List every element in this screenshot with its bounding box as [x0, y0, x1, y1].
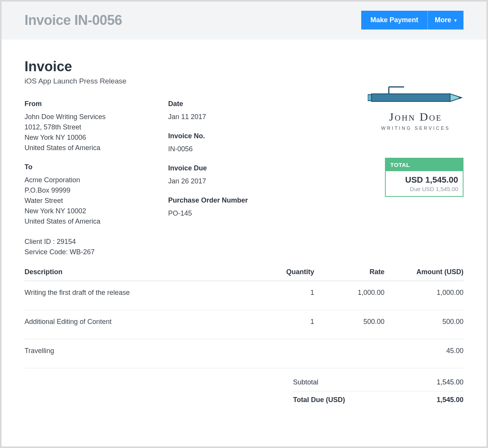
date-label: Date	[168, 100, 306, 108]
make-payment-label: Make Payment	[370, 16, 418, 24]
invno-label: Invoice No.	[168, 132, 306, 140]
invoice-subtitle: iOS App Launch Press Release	[25, 77, 463, 85]
table-row: Travelling 45.00	[25, 339, 463, 368]
totals-section: Subtotal 1,545.00 Total Due (USD) 1,545.…	[293, 374, 463, 409]
make-payment-button[interactable]: Make Payment	[361, 11, 428, 29]
total-box-due: Due USD 1,545.00	[386, 186, 463, 196]
cell-rate: 1,000.00	[314, 281, 384, 310]
page-title: Invoice IN-0056	[25, 12, 122, 28]
chevron-down-icon: ▾	[454, 18, 457, 23]
invdue-block: Invoice Due Jan 26 2017	[168, 164, 306, 186]
po-label: Purchase Order Number	[168, 196, 306, 204]
totaldue-row: Total Due (USD) 1,545.00	[293, 391, 463, 409]
subtotal-label: Subtotal	[293, 378, 318, 386]
to-line5: United States of America	[25, 216, 168, 227]
to-line4: New York NY 10002	[25, 206, 168, 216]
from-line1: John Doe Writing Services	[25, 112, 168, 122]
date-block: Date Jan 11 2017	[168, 100, 306, 122]
total-box-header: TOTAL	[386, 159, 463, 171]
col-right: John Doe WRITING SERVICES TOTAL USD 1,54…	[306, 100, 463, 197]
table-row: Additional Editing of Content 1 500.00 5…	[25, 310, 463, 339]
totaldue-value: 1,545.00	[437, 396, 463, 404]
col-addresses: From John Doe Writing Services 1012, 578…	[25, 100, 168, 257]
totaldue-label: Total Due (USD)	[293, 396, 345, 404]
logo-name: John Doe	[368, 110, 463, 123]
po-block: Purchase Order Number PO-145	[168, 196, 306, 219]
cell-desc: Additional Editing of Content	[25, 310, 253, 339]
cell-desc: Travelling	[25, 339, 253, 368]
more-button[interactable]: More ▾	[428, 11, 463, 29]
invoice-heading: Invoice	[25, 59, 463, 75]
invno-block: Invoice No. IN-0056	[168, 132, 306, 154]
cell-qty: 1	[253, 310, 314, 339]
total-box-amount: USD 1,545.00	[386, 171, 463, 186]
svg-marker-3	[459, 96, 463, 99]
from-line4: United States of America	[25, 143, 168, 153]
meta-columns: From John Doe Writing Services 1012, 578…	[25, 100, 463, 257]
th-description: Description	[25, 264, 253, 281]
topbar: Invoice IN-0056 Make Payment More ▾	[2, 2, 486, 39]
cell-qty: 1	[253, 281, 314, 310]
cell-amt: 1,000.00	[385, 281, 463, 310]
th-amount: Amount (USD)	[385, 264, 463, 281]
cell-qty	[253, 339, 314, 368]
to-line2: P.O.Box 99999	[25, 185, 168, 196]
th-rate: Rate	[314, 264, 384, 281]
to-label: To	[25, 163, 168, 171]
invno-value: IN-0056	[168, 144, 306, 154]
to-line1: Acme Corporation	[25, 175, 168, 185]
cell-amt: 500.00	[385, 310, 463, 339]
pen-icon	[368, 85, 463, 106]
from-line3: New York NY 10006	[25, 132, 168, 143]
from-block: From John Doe Writing Services 1012, 578…	[25, 100, 168, 153]
action-buttons: Make Payment More ▾	[361, 11, 463, 29]
total-box: TOTAL USD 1,545.00 Due USD 1,545.00	[385, 158, 463, 197]
logo-tagline: WRITING SERVICES	[368, 126, 463, 131]
invoice-frame: Invoice IN-0056 Make Payment More ▾ Invo…	[0, 0, 488, 448]
to-block: To Acme Corporation P.O.Box 99999 Water …	[25, 163, 168, 227]
subtotal-row: Subtotal 1,545.00	[293, 374, 463, 391]
more-label: More	[435, 16, 451, 24]
date-value: Jan 11 2017	[168, 112, 306, 122]
cell-rate: 500.00	[314, 310, 384, 339]
table-row: Writing the first draft of the release 1…	[25, 281, 463, 310]
cell-amt: 45.00	[385, 339, 463, 368]
col-meta: Date Jan 11 2017 Invoice No. IN-0056 Inv…	[168, 100, 306, 229]
subtotal-value: 1,545.00	[437, 378, 463, 386]
service-code: Service Code: WB-267	[25, 247, 168, 257]
th-quantity: Quantity	[253, 264, 314, 281]
cell-rate	[314, 339, 384, 368]
svg-rect-0	[372, 94, 450, 101]
line-items-table: Description Quantity Rate Amount (USD) W…	[25, 264, 463, 368]
cell-desc: Writing the first draft of the release	[25, 281, 253, 310]
invoice-body: Invoice iOS App Launch Press Release Fro…	[2, 39, 486, 424]
svg-rect-1	[368, 95, 372, 101]
invdue-value: Jan 26 2017	[168, 176, 306, 186]
company-logo: John Doe WRITING SERVICES	[368, 85, 463, 131]
table-header-row: Description Quantity Rate Amount (USD)	[25, 264, 463, 281]
invdue-label: Invoice Due	[168, 164, 306, 172]
from-label: From	[25, 100, 168, 108]
to-line3: Water Street	[25, 196, 168, 206]
po-value: PO-145	[168, 208, 306, 219]
from-line2: 1012, 578th Street	[25, 122, 168, 132]
client-id: Client ID : 29154	[25, 237, 168, 247]
